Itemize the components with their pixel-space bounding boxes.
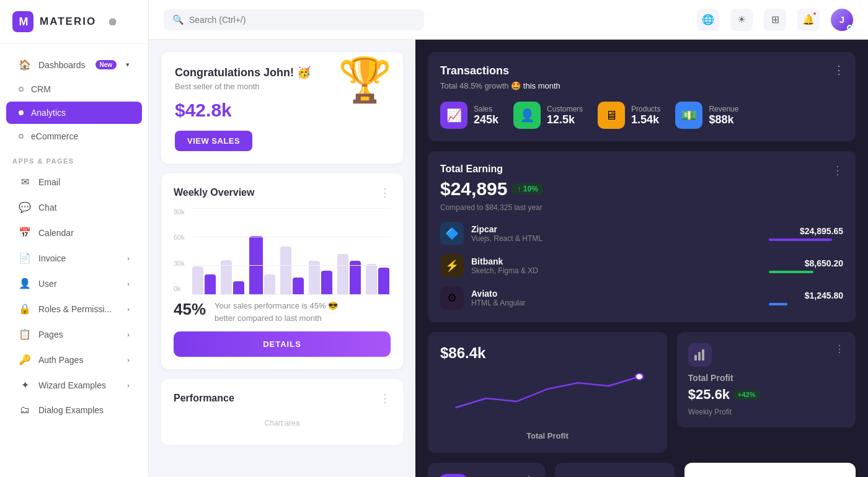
amount-value: $1,245.80 (769, 291, 843, 300)
svg-rect-2 (698, 352, 701, 361)
sidebar-item-email[interactable]: ✉ Email (6, 170, 142, 194)
earning-item-bitbank: ⚡ Bitbank Sketch, Figma & XD $8,650.20 (440, 254, 843, 278)
earning-info: Zipcar Vuejs, React & HTML (471, 224, 761, 243)
transactions-subtitle: Total 48.5% growth 🤩 this month (440, 81, 843, 90)
search-input[interactable] (189, 15, 415, 25)
more-options-icon[interactable]: ⋮ (379, 392, 391, 405)
email-icon: ✉ (19, 176, 31, 188)
sidebar-item-pages[interactable]: 📋 Pages › (6, 322, 142, 346)
sidebar-item-label: Calendar (38, 228, 74, 238)
company-name: Aviato (471, 289, 761, 299)
weekly-description: Your sales performance is 45% 😎better co… (215, 300, 391, 324)
logo-text: MATERIO (40, 15, 96, 28)
bar-group (280, 247, 304, 295)
top-row: Congratulations John! 🥳 Best seller of t… (161, 52, 403, 164)
avatar[interactable]: J (831, 9, 853, 31)
search-bar[interactable]: 🔍 (164, 9, 424, 30)
metric-products: 🖥 Products 1.54k (598, 102, 660, 129)
sidebar-item-user[interactable]: 👤 User › (6, 271, 142, 295)
sidebar-nav: 🏠 Dashboards New ▾ CRM Analytics eCommer… (0, 44, 148, 477)
earning-item-aviato: ⚙ Aviato HTML & Angular $1,245.80 (440, 286, 843, 310)
bitbank-logo: ⚡ (440, 254, 464, 278)
wizard-icon: ✦ (19, 379, 31, 391)
sidebar-item-label: Roles & Permissi... (38, 304, 112, 314)
sidebar-item-dashboards[interactable]: 🏠 Dashboards New ▾ (6, 53, 142, 77)
metric-customers: 👤 Customers 12.5k (513, 102, 583, 129)
chevron-right-icon: › (127, 255, 130, 262)
sidebar-item-roles[interactable]: 🔒 Roles & Permissi... › (6, 297, 142, 321)
sidebar-item-analytics[interactable]: Analytics (6, 102, 142, 124)
metric-label: Revenue (709, 105, 738, 113)
sidebar-item-wizard[interactable]: ✦ Wizard Examples › (6, 373, 142, 397)
sidebar-item-crm[interactable]: CRM (6, 78, 142, 100)
svg-rect-1 (694, 355, 697, 361)
invoice-icon: 📄 (19, 252, 31, 264)
sidebar-item-label: Analytics (31, 108, 66, 118)
sidebar-item-ecommerce[interactable]: eCommerce (6, 125, 142, 147)
bar-purple (205, 274, 216, 295)
more-options-icon[interactable]: ⋮ (524, 474, 534, 477)
metric-value: 1.54k (631, 113, 660, 126)
content-split: Congratulations John! 🥳 Best seller of t… (149, 40, 868, 477)
weekly-overview-card: Weekly Overview ⋮ 90k 60k 30k 0k (161, 173, 403, 369)
brightness-icon-btn[interactable]: ☀ (730, 9, 753, 31)
bar-chart-icon (688, 343, 712, 367)
bar-purple (378, 268, 389, 295)
bar-purple (293, 278, 304, 295)
bell-icon-btn[interactable]: 🔔 (797, 9, 820, 31)
grid-icon-btn[interactable]: ⊞ (764, 9, 786, 31)
bar-light (192, 266, 203, 295)
weekly-overview-title: Weekly Overview (174, 187, 254, 198)
bottom-right-row: 💼 ⋮ New Project 862 -18% Yearly Project … (428, 463, 856, 477)
performance-header: Performance ⋮ (174, 392, 391, 405)
notification-dot (812, 11, 817, 16)
sidebar-item-chat[interactable]: 💬 Chat (6, 195, 142, 219)
growth-badge: ↑ 10% (512, 183, 542, 195)
zipcar-logo: 🔷 (440, 222, 464, 245)
weekly-bottom: 45% Your sales performance is 45% 😎bette… (174, 300, 391, 324)
sidebar-item-calendar[interactable]: 📅 Calendar (6, 221, 142, 245)
sidebar-item-dialog[interactable]: 🗂 Dialog Examples (6, 398, 142, 422)
more-options-icon[interactable]: ⋮ (835, 343, 844, 355)
more-options-icon[interactable]: ⋮ (833, 63, 844, 77)
header: 🔍 🌐 ☀ ⊞ 🔔 J (149, 0, 868, 40)
bar-purple (233, 281, 244, 295)
chart-y-labels: 90k 60k 30k 0k (174, 208, 185, 295)
sidebar-item-invoice[interactable]: 📄 Invoice › (6, 246, 142, 270)
weekly-profit-card: ⋮ Total Profit $25.6k +42% Weekly Profit (677, 332, 856, 427)
content-left: Congratulations John! 🥳 Best seller of t… (149, 40, 415, 477)
more-options-icon[interactable]: ⋮ (832, 164, 843, 177)
record-icon[interactable]: ⏺ (107, 15, 118, 28)
bar-group (366, 264, 389, 295)
sidebar-item-label: Auth Pages (38, 355, 83, 365)
translate-icon-btn[interactable]: 🌐 (697, 9, 719, 31)
sidebar-item-label: Dashboards (38, 60, 86, 70)
company-name: Zipcar (471, 224, 761, 234)
metric-value: 245k (474, 113, 498, 126)
more-options-icon[interactable]: ⋮ (379, 186, 391, 199)
progress-bar (769, 239, 832, 241)
revenue-icon: 💵 (675, 102, 702, 129)
view-sales-button[interactable]: VIEW SALES (175, 131, 252, 151)
progress-bar (769, 271, 813, 273)
chevron-right-icon: › (127, 382, 130, 389)
sidebar-item-label: User (38, 279, 57, 289)
profit-badge: +42% (733, 390, 760, 400)
performance-title: Performance (174, 393, 234, 404)
chat-icon: 💬 (19, 201, 31, 213)
congrats-card: Congratulations John! 🥳 Best seller of t… (161, 52, 403, 164)
weekly-profit-label: Weekly Profit (688, 408, 844, 416)
metric-revenue: 💵 Revenue $88k (675, 102, 738, 129)
header-icons: 🌐 ☀ ⊞ 🔔 J (697, 9, 853, 31)
sales-icon: 📈 (440, 102, 467, 129)
sidebar-item-auth[interactable]: 🔑 Auth Pages › (6, 348, 142, 372)
details-button[interactable]: DETAILS (174, 331, 391, 357)
customers-icon: 👤 (513, 102, 541, 129)
amount-value: $24,895.65 (769, 226, 843, 236)
total-earning-title: Total Earning (440, 164, 543, 175)
bar-purple (321, 271, 332, 295)
weekly-percentage: 45% (174, 300, 206, 319)
progress-bar (769, 303, 787, 305)
bar-light (337, 254, 348, 295)
metric-label: Sales (474, 105, 498, 113)
